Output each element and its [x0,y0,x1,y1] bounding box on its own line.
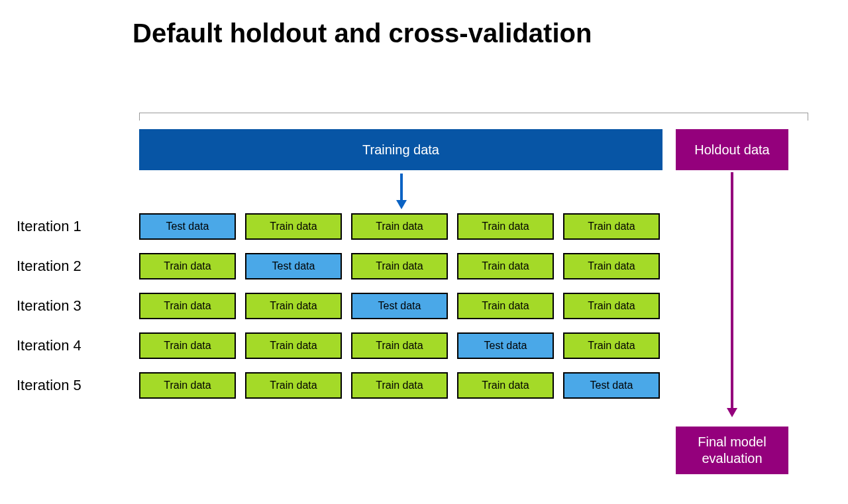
train-fold: Train data [245,293,342,319]
iteration-row: Iteration 1Test dataTrain dataTrain data… [13,213,669,240]
train-fold: Train data [245,332,342,359]
train-fold: Train data [563,293,660,319]
data-span-bracket [139,113,808,121]
fold-row: Train dataTrain dataTest dataTrain dataT… [139,293,660,319]
train-fold: Train data [351,253,448,279]
train-fold: Train data [139,372,236,399]
train-fold: Train data [563,213,660,240]
fold-row: Train dataTrain dataTrain dataTrain data… [139,372,660,399]
train-fold: Train data [139,332,236,359]
fold-row: Train dataTrain dataTrain dataTest dataT… [139,332,660,359]
train-fold: Train data [139,253,236,279]
fold-row: Test dataTrain dataTrain dataTrain dataT… [139,213,660,240]
fold-row: Train dataTest dataTrain dataTrain dataT… [139,253,660,279]
train-fold: Train data [351,372,448,399]
iteration-label: Iteration 4 [13,337,139,354]
holdout-data-bar: Holdout data [676,129,788,170]
holdout-to-final-arrow-icon [727,172,737,424]
iteration-label: Iteration 5 [13,377,139,394]
iteration-row: Iteration 3Train dataTrain dataTest data… [13,293,669,319]
final-model-evaluation-box: Final model evaluation [676,427,788,474]
diagram-title: Default holdout and cross-validation [132,19,592,48]
train-fold: Train data [457,213,554,240]
train-fold: Train data [351,213,448,240]
iteration-label: Iteration 1 [13,218,139,235]
test-fold: Test data [351,293,448,319]
iterations-grid: Iteration 1Test dataTrain dataTrain data… [13,213,669,412]
training-data-bar: Training data [139,129,662,170]
training-to-folds-arrow-icon [396,174,407,213]
train-fold: Train data [457,293,554,319]
test-fold: Test data [457,332,554,359]
train-fold: Train data [457,372,554,399]
iteration-label: Iteration 3 [13,297,139,315]
train-fold: Train data [351,332,448,359]
train-fold: Train data [457,253,554,279]
test-fold: Test data [139,213,236,240]
iteration-row: Iteration 5Train dataTrain dataTrain dat… [13,372,669,399]
train-fold: Train data [139,293,236,319]
test-fold: Test data [563,372,660,399]
train-fold: Train data [563,332,660,359]
train-fold: Train data [245,213,342,240]
test-fold: Test data [245,253,342,279]
iteration-row: Iteration 2Train dataTest dataTrain data… [13,253,669,279]
iteration-label: Iteration 2 [13,258,139,275]
train-fold: Train data [563,253,660,279]
train-fold: Train data [245,372,342,399]
iteration-row: Iteration 4Train dataTrain dataTrain dat… [13,332,669,359]
